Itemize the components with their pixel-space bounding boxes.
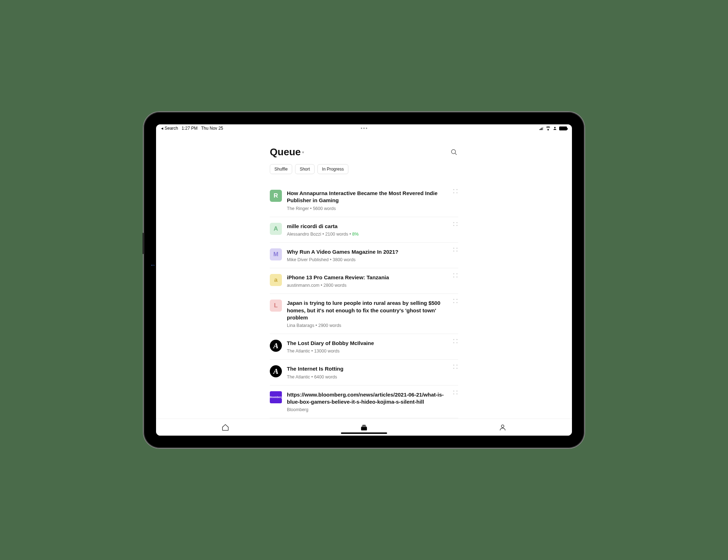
page-title[interactable]: Queue ▾ bbox=[270, 146, 304, 158]
article-thumb: L bbox=[270, 300, 282, 312]
article-row[interactable]: LJapan is trying to lure people into rur… bbox=[270, 294, 458, 334]
article-title: Japan is trying to lure people into rura… bbox=[287, 300, 448, 321]
article-meta: Lina Batarags • 2900 words bbox=[287, 323, 448, 328]
svg-point-1 bbox=[451, 150, 456, 154]
filter-short[interactable]: Short bbox=[295, 164, 315, 174]
article-thumb: A bbox=[270, 223, 282, 235]
article-row[interactable]: AThe Lost Diary of Bobby McIlvaineThe At… bbox=[270, 334, 458, 360]
article-title: The Lost Diary of Bobby McIlvaine bbox=[287, 340, 448, 347]
drag-handle-icon[interactable] bbox=[453, 189, 458, 194]
article-body: The Internet Is RottingThe Atlantic • 64… bbox=[287, 365, 458, 379]
drag-handle-icon[interactable] bbox=[453, 273, 458, 278]
svg-rect-3 bbox=[362, 425, 365, 425]
article-body: How Annapurna Interactive Became the Mos… bbox=[287, 190, 458, 211]
article-thumb: Bloomberg bbox=[270, 391, 282, 403]
article-title: https://www.bloomberg.com/news/articles/… bbox=[287, 391, 448, 406]
profile-icon bbox=[499, 424, 507, 431]
wifi-icon bbox=[546, 126, 551, 130]
article-body: The Lost Diary of Bobby McIlvaineThe Atl… bbox=[287, 340, 458, 354]
ipad-side-button bbox=[143, 233, 144, 254]
article-body: Why Run A Video Games Magazine In 2021?M… bbox=[287, 248, 458, 262]
status-time: 1:27 PM bbox=[182, 126, 198, 131]
article-meta: austinmann.com • 2800 words bbox=[287, 283, 448, 288]
header-row: Queue ▾ bbox=[270, 146, 458, 158]
drag-handle-icon[interactable] bbox=[453, 391, 458, 395]
ipad-camera-dots bbox=[151, 265, 154, 268]
article-thumb: A bbox=[270, 365, 282, 377]
article-meta: Bloomberg bbox=[287, 407, 448, 412]
filter-row: Shuffle Short In Progress bbox=[270, 164, 458, 174]
article-body: mille ricordi di cartaAlessandro Bozzi •… bbox=[287, 223, 458, 237]
svg-point-6 bbox=[501, 425, 504, 427]
home-icon bbox=[221, 424, 229, 431]
battery-icon bbox=[559, 126, 567, 130]
article-row[interactable]: Amille ricordi di cartaAlessandro Bozzi … bbox=[270, 217, 458, 243]
svg-point-0 bbox=[554, 127, 556, 128]
main-content: Queue ▾ Shuffle Short In Progress RHow A… bbox=[156, 132, 572, 419]
article-thumb: R bbox=[270, 190, 282, 202]
article-title: mille ricordi di carta bbox=[287, 223, 448, 230]
article-title: Why Run A Video Games Magazine In 2021? bbox=[287, 248, 448, 255]
article-row[interactable]: MWhy Run A Video Games Magazine In 2021?… bbox=[270, 243, 458, 268]
status-date: Thu Nov 25 bbox=[201, 126, 223, 131]
home-indicator[interactable] bbox=[341, 432, 387, 434]
article-thumb: A bbox=[270, 340, 282, 352]
status-bar: Search 1:27 PM Thu Nov 25 bbox=[156, 124, 572, 132]
status-right bbox=[540, 126, 567, 130]
article-body: Japan is trying to lure people into rura… bbox=[287, 300, 458, 328]
tab-home[interactable] bbox=[211, 424, 240, 431]
search-icon bbox=[450, 149, 457, 156]
drag-handle-icon[interactable] bbox=[453, 222, 458, 227]
filter-shuffle[interactable]: Shuffle bbox=[270, 164, 292, 174]
article-row[interactable]: RHow Annapurna Interactive Became the Mo… bbox=[270, 184, 458, 217]
article-progress: 8% bbox=[352, 232, 359, 237]
tab-profile[interactable] bbox=[488, 424, 517, 431]
drag-handle-icon[interactable] bbox=[453, 299, 458, 304]
page-title-text: Queue bbox=[270, 146, 301, 158]
article-meta: The Atlantic • 6400 words bbox=[287, 375, 448, 379]
tab-queue[interactable] bbox=[350, 424, 378, 431]
article-title: The Internet Is Rotting bbox=[287, 365, 448, 372]
article-meta: Mike Diver Published • 3800 words bbox=[287, 257, 448, 262]
filter-in-progress[interactable]: In Progress bbox=[317, 164, 348, 174]
chevron-down-icon: ▾ bbox=[302, 150, 304, 154]
svg-rect-4 bbox=[362, 426, 366, 426]
article-list: RHow Annapurna Interactive Became the Mo… bbox=[270, 184, 458, 419]
drag-handle-icon[interactable] bbox=[453, 339, 458, 344]
drag-handle-icon[interactable] bbox=[453, 365, 458, 370]
person-status-icon bbox=[553, 126, 557, 130]
drag-handle-icon[interactable] bbox=[453, 248, 458, 253]
ipad-frame: Search 1:27 PM Thu Nov 25 bbox=[144, 112, 584, 448]
article-row[interactable]: AThe Internet Is RottingThe Atlantic • 6… bbox=[270, 360, 458, 385]
article-meta: Alessandro Bozzi • 2100 words • 8% bbox=[287, 232, 448, 237]
article-meta: The Atlantic • 13000 words bbox=[287, 349, 448, 354]
article-body: https://www.bloomberg.com/news/articles/… bbox=[287, 391, 458, 413]
article-meta: The Ringer • 5600 words bbox=[287, 206, 448, 211]
status-left: Search 1:27 PM Thu Nov 25 bbox=[161, 126, 223, 131]
article-title: iPhone 13 Pro Camera Review: Tanzania bbox=[287, 274, 448, 281]
multitask-dots-icon[interactable] bbox=[361, 128, 367, 129]
ipad-screen: Search 1:27 PM Thu Nov 25 bbox=[156, 124, 572, 436]
article-thumb: M bbox=[270, 248, 282, 260]
queue-stack-icon bbox=[360, 424, 368, 431]
article-body: iPhone 13 Pro Camera Review: Tanzaniaaus… bbox=[287, 274, 458, 288]
article-thumb: a bbox=[270, 274, 282, 286]
back-to-search[interactable]: Search bbox=[161, 126, 178, 131]
article-row[interactable]: aiPhone 13 Pro Camera Review: Tanzaniaau… bbox=[270, 268, 458, 294]
svg-rect-5 bbox=[361, 427, 367, 430]
cellular-signal-icon bbox=[540, 126, 544, 130]
search-button[interactable] bbox=[450, 148, 458, 156]
tab-bar bbox=[156, 419, 572, 436]
svg-line-2 bbox=[455, 153, 456, 155]
article-row[interactable]: Bloomberghttps://www.bloomberg.com/news/… bbox=[270, 386, 458, 419]
article-title: How Annapurna Interactive Became the Mos… bbox=[287, 190, 448, 204]
